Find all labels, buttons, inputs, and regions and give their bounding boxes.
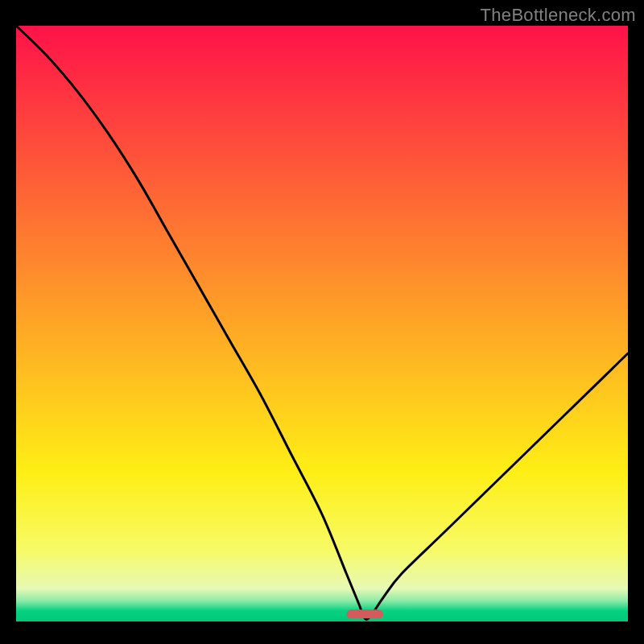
plot-area [16, 26, 628, 621]
chart-svg [16, 26, 628, 621]
chart-background-gradient [16, 26, 628, 621]
chart-frame: TheBottleneck.com [0, 0, 644, 644]
optimal-region-marker [346, 609, 383, 618]
watermark-text: TheBottleneck.com [481, 5, 636, 26]
